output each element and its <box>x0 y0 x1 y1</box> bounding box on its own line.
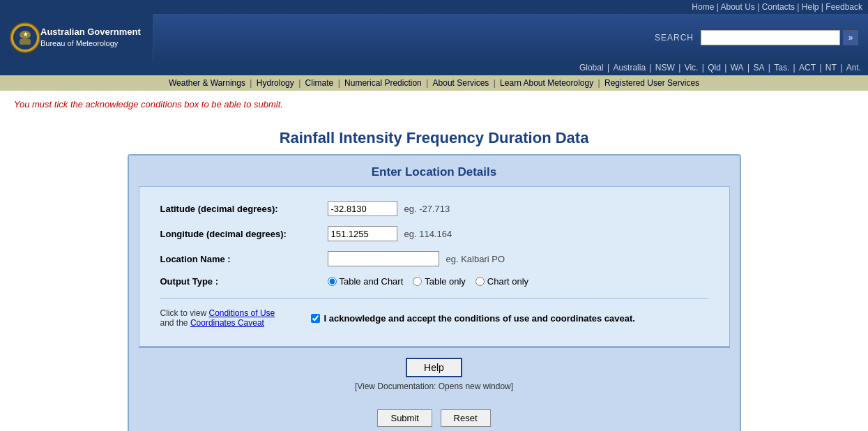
form-body: Latitude (decimal degrees): eg. -27.713 … <box>139 186 730 347</box>
learn-meteorology-link[interactable]: Learn About Meteorology <box>500 78 593 88</box>
longitude-label: Longitude (decimal degrees): <box>160 229 328 239</box>
ack-and-text: and the <box>160 318 190 328</box>
reset-button[interactable]: Reset <box>441 409 491 427</box>
longitude-hint: eg. 114.164 <box>404 229 452 239</box>
submit-button[interactable]: Submit <box>377 409 432 427</box>
longitude-row: Longitude (decimal degrees): eg. 114.164 <box>160 226 708 241</box>
search-area: SEARCH » <box>153 14 868 61</box>
logo-text: Australian Government Bureau of Meteorol… <box>40 26 141 50</box>
radio-table-chart-input[interactable] <box>328 277 337 286</box>
radio-table-chart[interactable]: Table and Chart <box>328 276 404 287</box>
logo-area: ★ Australian Government Bureau of Meteor… <box>0 14 153 61</box>
coat-of-arms-icon: ★ <box>10 22 40 53</box>
nt-link[interactable]: NT <box>825 63 837 73</box>
wa-link[interactable]: WA <box>731 63 744 73</box>
region-navigation: Global | Australia | NSW | Vic. | Qld | … <box>0 61 868 75</box>
latitude-hint: eg. -27.713 <box>404 204 450 214</box>
click-to-view-text: Click to view <box>160 308 209 318</box>
sa-link[interactable]: SA <box>753 63 764 73</box>
output-type-radio-group: Table and Chart Table only Chart only <box>328 276 529 287</box>
climate-link[interactable]: Climate <box>305 78 334 88</box>
radio-table-only-input[interactable] <box>413 277 422 286</box>
home-link[interactable]: Home <box>692 2 714 12</box>
radio-chart-only[interactable]: Chart only <box>475 276 528 287</box>
acknowledge-checkbox-label[interactable]: I acknowledge and accept the conditions … <box>311 313 635 324</box>
act-link[interactable]: ACT <box>799 63 816 73</box>
australia-link[interactable]: Australia <box>613 63 646 73</box>
latitude-row: Latitude (decimal degrees): eg. -27.713 <box>160 201 708 216</box>
tas-link[interactable]: Tas. <box>774 63 789 73</box>
about-services-link[interactable]: About Services <box>433 78 489 88</box>
svg-text:★: ★ <box>23 31 29 38</box>
site-header: ★ Australian Government Bureau of Meteor… <box>0 14 868 61</box>
form-section-title: Enter Location Details <box>129 156 740 186</box>
latitude-input[interactable] <box>328 201 397 216</box>
global-link[interactable]: Global <box>579 63 604 73</box>
conditions-of-use-link[interactable]: Conditions of Use <box>209 308 275 318</box>
radio-table-only[interactable]: Table only <box>413 276 466 287</box>
top-navigation: Home | About Us | Contacts | Help | Feed… <box>0 0 868 14</box>
output-type-label: Output Type : <box>160 276 328 287</box>
numerical-prediction-link[interactable]: Numerical Prediction <box>344 78 422 88</box>
qld-link[interactable]: Qld <box>708 63 721 73</box>
acknowledge-checkbox[interactable] <box>311 314 320 323</box>
contacts-link[interactable]: Contacts <box>762 2 795 12</box>
svg-rect-3 <box>20 39 31 45</box>
coordinates-caveat-link[interactable]: Coordinates Caveat <box>190 318 264 328</box>
help-button[interactable]: Help <box>406 358 462 377</box>
feedback-link[interactable]: Feedback <box>825 2 862 12</box>
hydrology-link[interactable]: Hydrology <box>257 78 294 88</box>
acknowledge-section: Click to view Conditions of Use and the … <box>160 298 708 335</box>
radio-chart-only-input[interactable] <box>475 277 485 286</box>
registered-user-services-link[interactable]: Registered User Services <box>604 78 699 88</box>
search-button[interactable]: » <box>843 30 858 45</box>
weather-warnings-link[interactable]: Weather & Warnings <box>169 78 245 88</box>
submit-section: Submit Reset <box>129 398 740 431</box>
latitude-label: Latitude (decimal degrees): <box>160 204 328 214</box>
vic-link[interactable]: Vic. <box>685 63 699 73</box>
error-message: You must tick the acknowledge conditions… <box>0 91 868 118</box>
output-type-row: Output Type : Table and Chart Table only… <box>160 276 708 287</box>
conditions-links: Click to view Conditions of Use and the … <box>160 308 300 328</box>
location-name-row: Location Name : eg. Kalbari PO <box>160 251 708 266</box>
help-link[interactable]: Help <box>802 2 819 12</box>
location-name-input[interactable] <box>328 251 439 266</box>
search-input[interactable] <box>701 30 840 45</box>
form-container: Enter Location Details Latitude (decimal… <box>128 154 741 431</box>
about-us-link[interactable]: About Us <box>721 2 755 12</box>
location-name-label: Location Name : <box>160 254 328 264</box>
ant-link[interactable]: Ant. <box>846 63 861 73</box>
location-name-hint: eg. Kalbari PO <box>446 254 505 264</box>
help-section: Help [View Documentation: Opens new wind… <box>139 347 730 398</box>
search-label: SEARCH <box>655 33 694 43</box>
longitude-input[interactable] <box>328 226 397 241</box>
acknowledge-text: I acknowledge and accept the conditions … <box>324 313 635 324</box>
main-navigation: Weather & Warnings | Hydrology | Climate… <box>0 75 868 91</box>
nsw-link[interactable]: NSW <box>655 63 675 73</box>
help-doc-text: [View Documentation: Opens new window] <box>139 381 730 391</box>
page-title: Rainfall Intensity Frequency Duration Da… <box>0 118 868 154</box>
